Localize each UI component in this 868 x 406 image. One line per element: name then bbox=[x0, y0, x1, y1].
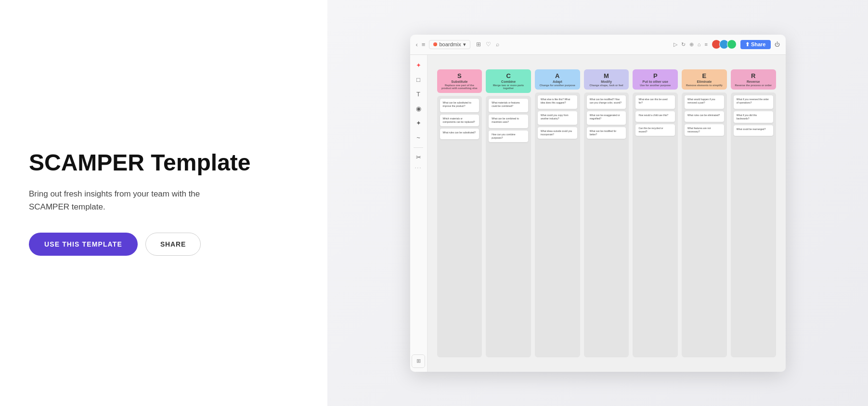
browser-settings-icon[interactable]: ⏻ bbox=[775, 41, 780, 47]
col-letter-m: M bbox=[604, 72, 609, 79]
browser-mockup: ‹ ≡ boardmix ▾ ⊞ ♡ ⌕ ▷ ↻ ⊕ ⌂ ≡ bbox=[410, 35, 786, 372]
share-button[interactable]: SHARE bbox=[145, 233, 201, 256]
col-word-a: Adapt bbox=[553, 80, 562, 83]
icon-settings[interactable]: ≡ bbox=[704, 41, 707, 47]
sticky-note: What can be substituted to improve the p… bbox=[440, 99, 479, 112]
col-letter-r: R bbox=[751, 72, 755, 79]
browser-brand: boardmix ▾ bbox=[429, 40, 470, 49]
sticky-note: What can be exaggerated or magnified? bbox=[587, 111, 626, 125]
right-panel: ‹ ≡ boardmix ▾ ⊞ ♡ ⌕ ▷ ↻ ⊕ ⌂ ≡ bbox=[327, 0, 868, 406]
sidebar-separator bbox=[414, 147, 423, 148]
sticky-note: What could be rearranged? bbox=[734, 125, 773, 136]
sticky-note: What rules can be eliminated? bbox=[685, 111, 724, 122]
brand-dropdown-icon: ▾ bbox=[463, 41, 466, 48]
sidebar-more-icon: ··· bbox=[415, 165, 422, 170]
sticky-note: What features are not necessary? bbox=[685, 124, 724, 136]
canvas-sidebar: ✦ □ T ◉ ✦ ~ ✂ ··· ⊞ bbox=[410, 55, 428, 372]
scamper-header-a: A Adapt Change for another purpose bbox=[535, 69, 580, 90]
sticky-note: What materials or features could be comb… bbox=[489, 99, 528, 112]
scamper-body-e: What would happen if you removed a part?… bbox=[682, 92, 727, 357]
sticky-note: What if you did this backwards? bbox=[734, 111, 773, 123]
template-description: Bring out fresh insights from your team … bbox=[29, 187, 231, 213]
col-letter-e: E bbox=[702, 72, 707, 79]
col-letter-c: C bbox=[506, 72, 510, 79]
avatar-3 bbox=[727, 39, 737, 49]
col-desc-s: Replace one part of the product with som… bbox=[441, 84, 479, 90]
sidebar-scissors-icon[interactable]: ✂ bbox=[412, 151, 425, 164]
sidebar-sticky-icon[interactable]: ◉ bbox=[412, 102, 425, 116]
scamper-grid: S Substitute Replace one part of the pro… bbox=[437, 65, 776, 362]
sticky-note: What could you copy from another industr… bbox=[538, 111, 577, 125]
col-desc-c: Merge two or more parts together bbox=[490, 84, 527, 90]
icon-add[interactable]: ⊕ bbox=[689, 41, 694, 48]
col-word-e: Eliminate bbox=[697, 80, 712, 83]
scamper-col-s: S Substitute Replace one part of the pro… bbox=[437, 69, 482, 357]
scamper-col-c: C Combine Merge two or more parts togeth… bbox=[486, 69, 531, 357]
sticky-note: What else is like this? What idea does t… bbox=[538, 95, 577, 109]
scamper-col-e: E Eliminate Remove elements to simplify … bbox=[682, 69, 727, 357]
col-desc-r: Reverse the process or order bbox=[735, 84, 771, 87]
browser-chrome: ‹ ≡ boardmix ▾ ⊞ ♡ ⌕ ▷ ↻ ⊕ ⌂ ≡ bbox=[410, 35, 786, 55]
sticky-note: How can you combine purposes? bbox=[489, 131, 528, 142]
scamper-body-p: What else can this be used for? How woul… bbox=[633, 92, 678, 357]
sticky-note: How would a child use this? bbox=[635, 111, 675, 122]
left-panel: SCAMPER Template Bring out fresh insight… bbox=[0, 0, 327, 406]
search-icon[interactable]: ⌕ bbox=[496, 41, 499, 48]
col-desc-e: Remove elements to simplify bbox=[686, 84, 723, 87]
sidebar-connector-icon[interactable]: ~ bbox=[412, 131, 425, 144]
sticky-note: What can be modified? How can you change… bbox=[587, 95, 626, 109]
scamper-header-m: M Modify Change shape, look or feel bbox=[584, 69, 629, 90]
sticky-note: Can this be recycled or reused? bbox=[635, 124, 675, 136]
browser-back-button[interactable]: ‹ bbox=[416, 41, 418, 48]
col-letter-a: A bbox=[555, 72, 559, 79]
col-word-r: Reverse bbox=[747, 80, 760, 83]
add-frame-icon[interactable]: ⊞ bbox=[476, 41, 481, 48]
browser-right: ▷ ↻ ⊕ ⌂ ≡ ⬆ Share ⏻ bbox=[674, 39, 780, 49]
sticky-note: What can be modified for better? bbox=[587, 127, 626, 139]
template-title: SCAMPER Template bbox=[29, 150, 298, 176]
icon-refresh[interactable]: ↻ bbox=[681, 41, 686, 48]
scamper-body-s: What can be substituted to improve the p… bbox=[437, 96, 482, 357]
heart-icon[interactable]: ♡ bbox=[486, 41, 491, 48]
canvas-main: S Substitute Replace one part of the pro… bbox=[428, 55, 786, 372]
sidebar-draw-icon[interactable]: ✦ bbox=[412, 117, 425, 130]
sticky-note: What would happen if you removed a part? bbox=[685, 95, 724, 109]
sticky-note: What else can this be used for? bbox=[635, 95, 675, 109]
sticky-note: What ideas outside could you incorporate… bbox=[538, 127, 577, 139]
sticky-note: Which materials or components can be rep… bbox=[440, 115, 479, 126]
sidebar-text-icon[interactable]: T bbox=[412, 88, 425, 101]
canvas-zoom-icon[interactable]: ⊞ bbox=[412, 354, 425, 368]
scamper-header-e: E Eliminate Remove elements to simplify bbox=[682, 69, 727, 90]
col-word-s: Substitute bbox=[451, 80, 467, 83]
scamper-header-c: C Combine Merge two or more parts togeth… bbox=[486, 69, 531, 93]
use-template-button[interactable]: USE THIS TEMPLATE bbox=[29, 233, 138, 256]
icon-home[interactable]: ⌂ bbox=[698, 41, 701, 47]
scamper-body-m: What can be modified? How can you change… bbox=[584, 92, 629, 357]
col-word-m: Modify bbox=[601, 80, 612, 83]
sticky-note: What if you reversed the order of operat… bbox=[734, 95, 773, 109]
sidebar-frame-icon[interactable]: □ bbox=[412, 73, 425, 87]
sidebar-cursor-icon[interactable]: ✦ bbox=[412, 59, 425, 72]
button-row: USE THIS TEMPLATE SHARE bbox=[29, 233, 298, 256]
scamper-body-c: What materials or features could be comb… bbox=[486, 96, 531, 357]
share-chrome-button[interactable]: ⬆ Share bbox=[740, 40, 771, 49]
browser-right-icons: ▷ ↻ ⊕ ⌂ ≡ bbox=[674, 41, 708, 48]
scamper-col-m: M Modify Change shape, look or feel What… bbox=[584, 69, 629, 357]
scamper-body-a: What else is like this? What idea does t… bbox=[535, 92, 580, 357]
browser-content: ✦ □ T ◉ ✦ ~ ✂ ··· ⊞ S Substitute bbox=[410, 55, 786, 372]
scamper-col-a: A Adapt Change for another purpose What … bbox=[535, 69, 580, 357]
scamper-col-p: P Put to other use Use for another purpo… bbox=[633, 69, 678, 357]
col-desc-m: Change shape, look or feel bbox=[590, 84, 623, 87]
browser-menu-icon[interactable]: ≡ bbox=[422, 41, 426, 48]
scamper-header-r: R Reverse Reverse the process or order bbox=[731, 69, 776, 90]
col-word-c: Combine bbox=[501, 80, 516, 83]
scamper-header-p: P Put to other use Use for another purpo… bbox=[633, 69, 678, 90]
brand-name: boardmix bbox=[439, 41, 461, 47]
scamper-header-s: S Substitute Replace one part of the pro… bbox=[437, 69, 482, 93]
scamper-body-r: What if you reversed the order of operat… bbox=[731, 92, 776, 357]
scamper-col-r: R Reverse Reverse the process or order W… bbox=[731, 69, 776, 357]
sticky-note: What rules can be substituted? bbox=[440, 129, 479, 139]
icon-play[interactable]: ▷ bbox=[674, 41, 677, 48]
sticky-note: What can be combined to maximize uses? bbox=[489, 115, 528, 128]
browser-toolbar-icons: ⊞ ♡ ⌕ bbox=[476, 41, 499, 48]
